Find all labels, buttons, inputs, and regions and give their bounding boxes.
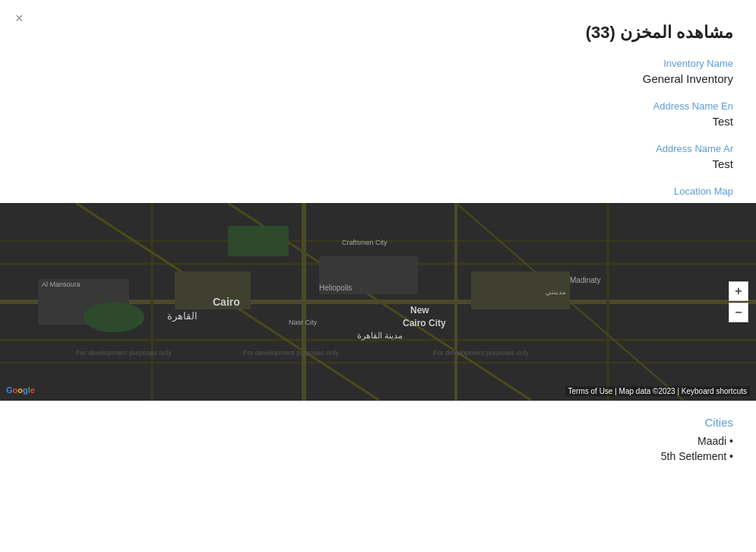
zoom-out-button[interactable]: −	[729, 303, 748, 322]
svg-text:For development purposes only: For development purposes only	[433, 349, 530, 357]
svg-text:Cairo City: Cairo City	[403, 318, 446, 328]
city-item-5th-setlement: 5th Setlement	[23, 450, 733, 462]
zoom-in-button[interactable]: +	[729, 281, 748, 301]
modal-container: × مشاهده المخزن (33) Inventory Name Gene…	[0, 0, 756, 552]
map-container[interactable]: Cairo القاهرة New Cairo City مدينة القاه…	[0, 203, 756, 401]
svg-text:القاهرة: القاهرة	[167, 310, 198, 322]
svg-text:For development purposes only: For development purposes only	[76, 349, 172, 357]
inventory-name-field: Inventory Name General Inventory	[23, 58, 733, 85]
address-name-en-value: Test	[23, 115, 733, 128]
svg-point-18	[84, 302, 144, 332]
inventory-name-label: Inventory Name	[23, 58, 733, 69]
close-button[interactable]: ×	[15, 11, 24, 25]
svg-rect-17	[228, 226, 289, 256]
svg-text:Al Mansoura: Al Mansoura	[42, 281, 81, 288]
map-zoom-controls: + −	[729, 281, 748, 322]
page-title: مشاهده المخزن (33)	[0, 15, 756, 58]
address-name-en-label: Address Name En	[23, 100, 733, 112]
form-section: Inventory Name General Inventory Address…	[0, 58, 756, 170]
svg-text:New: New	[410, 305, 429, 316]
svg-text:Heliopolis: Heliopolis	[319, 284, 352, 292]
address-name-ar-label: Address Name Ar	[23, 143, 733, 154]
cities-section: Cities Maadi 5th Setlement	[0, 401, 756, 473]
svg-text:Nasr City: Nasr City	[289, 319, 318, 326]
svg-text:For development purposes only: For development purposes only	[243, 349, 340, 357]
google-logo: Google	[6, 385, 35, 395]
svg-text:Cairo: Cairo	[213, 296, 240, 308]
address-name-ar-field: Address Name Ar Test	[23, 143, 733, 170]
city-item-maadi: Maadi	[23, 435, 733, 447]
map-attribution: Terms of Use | Map data ©2023 | Keyboard…	[565, 386, 750, 396]
cities-title: Cities	[23, 416, 733, 429]
address-name-en-field: Address Name En Test	[23, 100, 733, 128]
svg-text:Madinaty: Madinaty	[570, 276, 601, 284]
svg-text:Craftsmen City: Craftsmen City	[342, 239, 387, 246]
svg-text:مدينتي: مدينتي	[546, 288, 566, 296]
location-map-label: Location Map	[0, 186, 756, 203]
svg-text:مدينة القاهرة: مدينة القاهرة	[357, 331, 403, 341]
address-name-ar-value: Test	[23, 157, 733, 170]
inventory-name-value: General Inventory	[23, 72, 733, 85]
map-svg: Cairo القاهرة New Cairo City مدينة القاه…	[0, 203, 756, 401]
